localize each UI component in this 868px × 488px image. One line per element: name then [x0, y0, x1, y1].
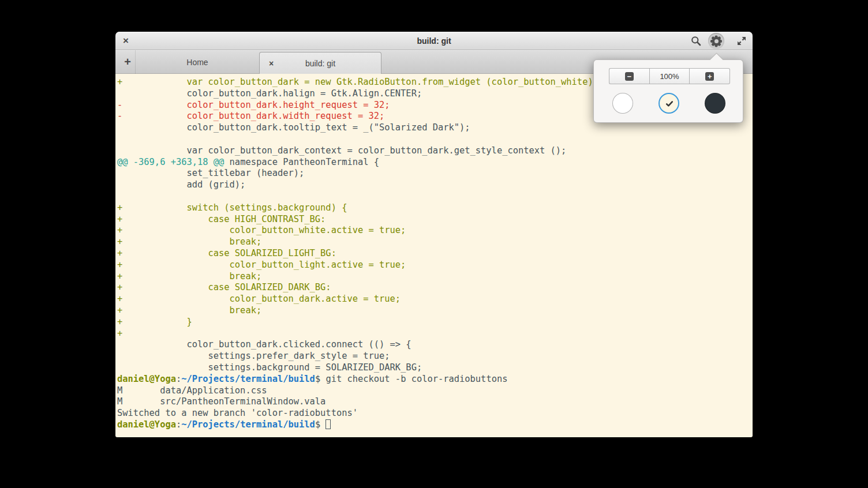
- terminal-line: @@ -369,6 +363,18 @@ namespace PantheonT…: [117, 157, 753, 168]
- theme-option-solarized-light[interactable]: [659, 93, 679, 114]
- terminal-line: + case HIGH_CONTRAST_BG:: [117, 214, 753, 226]
- search-button[interactable]: [688, 33, 704, 49]
- tab-label: build: git: [260, 59, 381, 68]
- zoom-controls: − 100% +: [609, 68, 730, 84]
- terminal-output[interactable]: + var color_button_dark = new Gtk.RadioB…: [115, 74, 753, 437]
- terminal-line: add (grid);: [117, 179, 753, 191]
- settings-button[interactable]: [708, 33, 724, 49]
- terminal-line: +: [117, 328, 753, 340]
- terminal-line: + break;: [117, 271, 753, 283]
- tab-home[interactable]: Home: [135, 50, 259, 74]
- terminal-line: settings.prefer_dark_style = true;: [117, 351, 753, 362]
- terminal-cursor: [326, 419, 331, 429]
- terminal-line: + color_button_light.active = true;: [117, 260, 753, 271]
- minus-icon: −: [625, 72, 634, 81]
- terminal-line: [117, 191, 753, 202]
- settings-popover: − 100% +: [593, 59, 743, 123]
- zoom-level-value: 100%: [660, 72, 679, 81]
- terminal-line: + switch (settings.background) {: [117, 202, 753, 214]
- zoom-level-button[interactable]: 100%: [649, 68, 690, 84]
- tab-build-git[interactable]: × build: git: [259, 52, 381, 74]
- terminal-line: color_button_dark.tooltip_text = _("Sola…: [117, 122, 753, 134]
- gear-icon: [708, 33, 724, 49]
- zoom-in-button[interactable]: +: [690, 68, 730, 84]
- terminal-line: M src/PantheonTerminalWindow.vala: [117, 396, 753, 408]
- zoom-out-button[interactable]: −: [609, 68, 649, 84]
- checkmark-icon: [665, 99, 674, 108]
- tab-close-icon[interactable]: ×: [265, 59, 277, 68]
- terminal-line: set_titlebar (header);: [117, 168, 753, 179]
- terminal-line: + color_button_dark.active = true;: [117, 294, 753, 305]
- terminal-line: + case SOLARIZED_DARK_BG:: [117, 282, 753, 294]
- theme-option-solarized-dark[interactable]: [705, 93, 725, 114]
- terminal-line: + break;: [117, 305, 753, 317]
- fullscreen-button[interactable]: [734, 33, 750, 49]
- terminal-line: settings.background = SOLARIZED_DARK_BG;: [117, 362, 753, 374]
- terminal-line: Switched to a new branch 'color-radiobut…: [117, 408, 753, 419]
- terminal-line: + color_button_white.active = true;: [117, 225, 753, 237]
- terminal-line: + break;: [117, 237, 753, 248]
- window-title: build: git: [115, 32, 753, 50]
- terminal-line: daniel@Yoga:~/Projects/terminal/build$ g…: [117, 374, 753, 385]
- terminal-line: M data/Application.css: [117, 385, 753, 397]
- window-close-button[interactable]: ×: [119, 34, 133, 48]
- terminal-line: + case SOLARIZED_LIGHT_BG:: [117, 248, 753, 260]
- new-tab-button[interactable]: +: [120, 54, 135, 69]
- theme-options: [594, 93, 744, 114]
- plus-icon: +: [705, 72, 714, 81]
- theme-option-high-contrast[interactable]: [612, 93, 633, 114]
- titlebar: × build: git: [115, 32, 753, 50]
- terminal-line: [117, 134, 753, 145]
- terminal-line: var color_button_dark_context = color_bu…: [117, 145, 753, 157]
- terminal-line: + }: [117, 317, 753, 328]
- search-icon: [690, 35, 702, 47]
- expand-icon: [736, 35, 747, 47]
- terminal-line: daniel@Yoga:~/Projects/terminal/build$: [117, 419, 753, 431]
- terminal-line: color_button_dark.clicked.connect (() =>…: [117, 339, 753, 351]
